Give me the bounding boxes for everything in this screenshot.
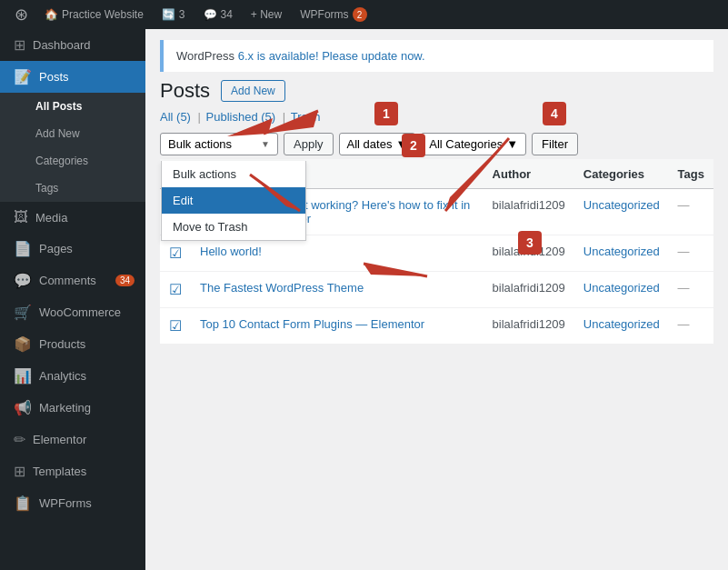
sidebar-item-products[interactable]: 📦 Products <box>0 328 145 360</box>
row-title-cell: The Fastest WordPress Theme <box>191 272 484 308</box>
sidebar-item-wpforms[interactable]: 📋 WPForms <box>0 487 145 519</box>
table-nav: Bulk actions ▼ Bulk actions Edit Move to… <box>160 133 713 155</box>
row-author-cell-2: bilalafridi1209 <box>484 235 574 272</box>
all-posts-label: All Posts <box>35 100 82 113</box>
dropdown-item-edit[interactable]: Edit <box>162 187 305 214</box>
all-dates-label: All dates <box>347 137 393 151</box>
row-checkbox-4[interactable]: ☑ <box>169 318 182 334</box>
bulk-actions-dropdown: Bulk actions Edit Move to Trash <box>161 161 306 241</box>
sidebar-label-wpforms: WPForms <box>39 496 92 510</box>
sidebar-item-tags[interactable]: Tags <box>0 175 145 202</box>
sidebar-item-elementor[interactable]: ✏ Elementor <box>0 424 145 455</box>
categories-chevron-icon: ▼ <box>506 137 518 151</box>
bulk-actions-select[interactable]: Bulk actions ▼ Bulk actions Edit Move to… <box>160 133 278 155</box>
sidebar-label-comments: Comments <box>39 274 96 287</box>
tags-label: Tags <box>35 182 58 195</box>
row-author-cell-1: bilalafridi1209 <box>484 189 574 235</box>
tags-column-header: Tags <box>669 159 713 189</box>
sidebar-item-marketing[interactable]: 📢 Marketing <box>0 392 145 424</box>
elementor-icon: ✏ <box>14 431 25 448</box>
row-checkbox-3[interactable]: ☑ <box>169 282 182 297</box>
marketing-icon: 📢 <box>14 399 32 416</box>
comments-badge: 34 <box>115 275 135 286</box>
filter-sep-2: | <box>283 110 289 124</box>
notice-text: WordPress <box>176 49 238 63</box>
sidebar-item-woocommerce[interactable]: 🛒 WooCommerce <box>0 296 145 328</box>
sidebar-label-pages: Pages <box>39 242 73 255</box>
wp-logo[interactable]: ⊛ <box>7 5 35 25</box>
dashboard-icon: ⊞ <box>14 36 25 54</box>
filter-all[interactable]: All (5) <box>160 110 191 124</box>
sidebar-item-all-posts[interactable]: All Posts <box>0 93 145 120</box>
updates-item[interactable]: 🔄 3 <box>153 0 194 29</box>
sidebar-label-dashboard: Dashboard <box>33 38 91 52</box>
sidebar-item-templates[interactable]: ⊞ Templates <box>0 455 145 487</box>
comments-icon: 💬 <box>204 8 217 21</box>
sidebar-label-woocommerce: WooCommerce <box>39 305 121 319</box>
new-button[interactable]: + New <box>242 0 291 29</box>
row-author-cell-4: bilalafridi1209 <box>484 308 574 345</box>
filter-button[interactable]: Filter <box>532 133 578 155</box>
bulk-actions-label: Bulk actions <box>168 137 232 151</box>
sidebar-item-categories[interactable]: Categories <box>0 147 145 175</box>
dropdown-item-trash[interactable]: Move to Trash <box>162 214 305 240</box>
updates-count: 3 <box>179 8 185 21</box>
templates-icon: ⊞ <box>14 463 25 480</box>
add-new-label: Add New <box>35 127 80 140</box>
row-cat-cell-2: Uncategorized <box>574 235 669 272</box>
wpforms-badge: 2 <box>353 7 367 22</box>
categories-column-header: Categories <box>574 159 669 189</box>
wpforms-item[interactable]: WPForms 2 <box>291 0 375 29</box>
row-checkbox-cell: ☑ <box>160 272 191 308</box>
post-title-link-3[interactable]: The Fastest WordPress Theme <box>200 281 364 295</box>
site-name-label: Practice Website <box>62 8 144 21</box>
all-categories-select[interactable]: All Categories ▼ <box>421 133 526 155</box>
sidebar-item-analytics[interactable]: 📊 Analytics <box>0 360 145 392</box>
post-cat-link-4[interactable]: Uncategorized <box>583 317 660 331</box>
row-cat-cell-4: Uncategorized <box>574 308 669 345</box>
chevron-down-icon: ▼ <box>261 139 270 149</box>
sidebar: ⊞ Dashboard 📝 Posts All Posts Add New Ca… <box>0 29 145 570</box>
site-name-item[interactable]: 🏠 Practice Website <box>35 0 153 29</box>
comments-count: 34 <box>221 8 233 21</box>
post-title-link-2[interactable]: Hello world! <box>200 245 262 258</box>
add-new-button[interactable]: Add New <box>221 80 285 102</box>
comments-item[interactable]: 💬 34 <box>194 0 242 29</box>
sidebar-item-add-new[interactable]: Add New <box>0 120 145 147</box>
wpforms-sidebar-icon: 📋 <box>14 495 32 512</box>
sidebar-item-comments[interactable]: 💬 Comments 34 <box>0 265 145 296</box>
analytics-icon: 📊 <box>14 367 32 385</box>
sidebar-label-templates: Templates <box>33 465 86 478</box>
row-tags-cell-3: — <box>669 272 713 308</box>
post-title-link-4[interactable]: Top 10 Contact Form Plugins — Elementor <box>200 317 424 331</box>
admin-bar: ⊛ 🏠 Practice Website 🔄 3 💬 34 + New WPFo… <box>0 0 728 29</box>
dropdown-item-bulk[interactable]: Bulk actions <box>162 161 305 187</box>
all-dates-select[interactable]: All dates ▼ <box>339 133 416 155</box>
sidebar-item-media[interactable]: 🖼 Media <box>0 202 145 233</box>
update-link[interactable]: 6.x is available! Please update now. <box>238 49 425 63</box>
table-row: ☑ Top 10 Contact Form Plugins — Elemento… <box>160 308 713 345</box>
row-cat-cell-1: Uncategorized <box>574 189 669 235</box>
media-icon: 🖼 <box>14 209 28 225</box>
filter-trash[interactable]: Trash <box>291 110 321 124</box>
filter-links: All (5) | Published (5) | Trash <box>160 110 713 124</box>
sidebar-item-pages[interactable]: 📄 Pages <box>0 233 145 265</box>
post-cat-link-2[interactable]: Uncategorized <box>583 245 660 258</box>
wpforms-label: WPForms <box>300 8 348 21</box>
post-cat-link-3[interactable]: Uncategorized <box>583 281 660 295</box>
row-checkbox-2[interactable]: ☑ <box>169 245 182 261</box>
row-tags-cell-2: — <box>669 235 713 272</box>
sidebar-item-posts[interactable]: 📝 Posts <box>0 61 145 93</box>
row-tags-cell-4: — <box>669 308 713 345</box>
sidebar-item-dashboard[interactable]: ⊞ Dashboard <box>0 29 145 61</box>
author-column-header: Author <box>484 159 574 189</box>
all-categories-label: All Categories <box>429 137 503 151</box>
filter-published[interactable]: Published (5) <box>206 110 276 124</box>
page-title-row: Posts Add New <box>160 79 713 103</box>
post-cat-link-1[interactable]: Uncategorized <box>583 198 660 212</box>
main-content: WordPress 6.x is available! Please updat… <box>145 29 728 359</box>
updates-icon: 🔄 <box>162 8 175 21</box>
apply-button[interactable]: Apply <box>284 133 334 155</box>
dates-chevron-icon: ▼ <box>395 137 407 151</box>
sidebar-label-analytics: Analytics <box>39 369 86 383</box>
